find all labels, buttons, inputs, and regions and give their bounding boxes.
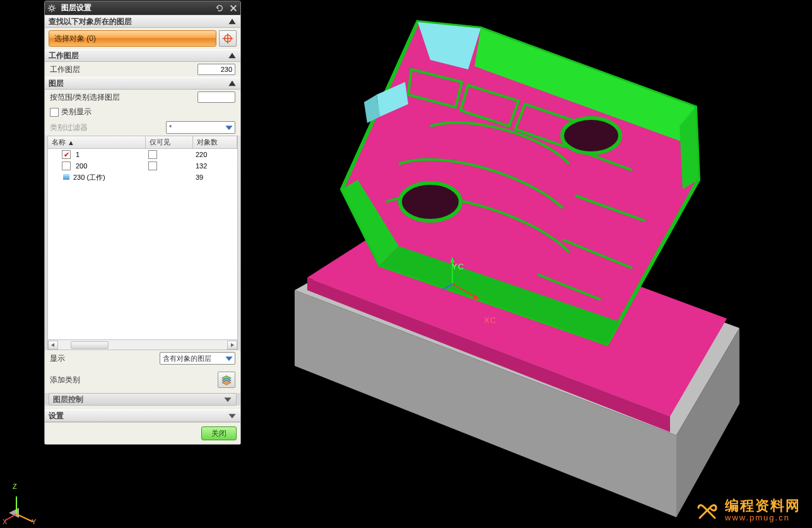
svg-marker-41 — [228, 81, 235, 86]
scroll-thumb[interactable] — [71, 341, 109, 349]
table-body[interactable]: 1 220 200 132 230 (工作) — [48, 149, 237, 339]
show-filter-dropdown[interactable]: 含有对象的图层 — [160, 352, 235, 365]
axis-y-label: YC — [452, 262, 464, 271]
visible-checkbox[interactable] — [148, 150, 157, 159]
category-filter-dropdown[interactable]: * — [166, 121, 235, 134]
horizontal-scrollbar[interactable] — [48, 339, 237, 349]
svg-point-14 — [562, 118, 620, 153]
svg-marker-52 — [224, 397, 231, 402]
axis-x-label: XC — [484, 315, 497, 325]
svg-marker-40 — [228, 53, 235, 58]
tools-icon — [695, 498, 720, 523]
sort-asc-icon: ▲ — [68, 139, 74, 146]
chevron-up-icon — [228, 79, 237, 88]
chevron-up-icon — [228, 51, 237, 60]
svg-marker-46 — [51, 343, 54, 347]
layer-count: 132 — [193, 162, 237, 170]
work-layer-label: 工作图层 — [50, 64, 197, 75]
viewport-3d[interactable]: YC XC — [241, 0, 812, 528]
stack-icon — [62, 173, 71, 182]
chevron-down-icon — [225, 123, 233, 132]
section-label: 图层控制 — [53, 394, 83, 405]
col-name: 名称 — [52, 138, 66, 147]
watermark-url: www.pmug.cn — [725, 513, 801, 522]
work-layer-input[interactable]: 230 — [197, 64, 235, 75]
svg-line-31 — [54, 5, 55, 6]
triad-x: X — [3, 518, 8, 525]
watermark: 编程资料网 www.pmug.cn — [695, 498, 801, 523]
svg-marker-36 — [228, 19, 235, 24]
close-button-label: 关闭 — [211, 428, 227, 439]
chevron-down-icon — [223, 395, 232, 404]
chevron-down-icon — [225, 354, 233, 363]
layer-name: 200 — [76, 162, 87, 170]
svg-line-32 — [49, 9, 50, 11]
add-category-button[interactable] — [218, 372, 235, 388]
section-label: 工作图层 — [49, 50, 79, 61]
col-count: 对象数 — [197, 138, 218, 147]
layer-checkbox[interactable] — [62, 150, 71, 159]
panel-title: 图层设置 — [59, 3, 91, 13]
table-row[interactable]: 230 (工作) 39 — [48, 172, 237, 183]
scroll-right-icon[interactable] — [227, 341, 237, 349]
triad-z: Z — [13, 483, 18, 490]
panel-titlebar[interactable]: 图层设置 — [45, 1, 240, 15]
svg-marker-20 — [9, 508, 19, 518]
select-object-label: 选择对象 (0) — [54, 33, 96, 44]
svg-marker-48 — [225, 356, 232, 361]
svg-point-24 — [50, 6, 53, 9]
svg-marker-42 — [225, 126, 232, 130]
section-settings[interactable]: 设置 — [45, 409, 240, 422]
svg-rect-43 — [63, 178, 69, 180]
section-layer-control[interactable]: 图层控制 — [49, 393, 237, 406]
chevron-up-icon — [228, 17, 237, 26]
svg-line-29 — [49, 5, 50, 6]
layer-count: 39 — [193, 173, 237, 181]
scroll-left-icon[interactable] — [48, 341, 58, 349]
chevron-down-icon — [228, 411, 237, 420]
close-button[interactable]: 关闭 — [201, 426, 237, 440]
add-category-label: 添加类别 — [50, 375, 218, 385]
layer-name: 230 (工作) — [73, 173, 105, 182]
table-header[interactable]: 名称 ▲ 仅可见 对象数 — [48, 136, 237, 149]
watermark-title: 编程资料网 — [725, 498, 801, 513]
svg-rect-44 — [63, 176, 69, 178]
table-row[interactable]: 200 132 — [48, 160, 237, 172]
show-label: 显示 — [50, 353, 160, 364]
show-filter-value: 含有对象的图层 — [163, 354, 211, 363]
reset-icon[interactable] — [213, 2, 226, 15]
select-object-button[interactable]: 选择对象 (0) — [49, 30, 216, 47]
section-label: 查找以下对象所在的图层 — [49, 16, 132, 27]
section-find-object-layer[interactable]: 查找以下对象所在的图层 — [45, 15, 240, 28]
gear-icon[interactable] — [45, 2, 58, 15]
layer-settings-panel: 图层设置 查找以下对象所在的图层 选择对象 (0) 工作图层 工作图层 230 … — [44, 1, 241, 445]
layer-name: 1 — [76, 151, 79, 158]
layer-checkbox[interactable] — [62, 161, 71, 170]
section-work-layer[interactable]: 工作图层 — [45, 49, 240, 62]
visible-checkbox[interactable] — [148, 161, 157, 170]
range-select-label: 按范围/类别选择图层 — [50, 92, 197, 103]
layer-table: 名称 ▲ 仅可见 对象数 1 220 200 132 — [47, 136, 238, 350]
layer-count: 220 — [193, 151, 237, 158]
range-select-input[interactable] — [197, 91, 235, 103]
svg-line-30 — [54, 9, 55, 11]
svg-rect-45 — [63, 174, 69, 176]
svg-marker-53 — [228, 414, 235, 418]
pick-target-button[interactable] — [219, 30, 237, 47]
svg-marker-47 — [231, 343, 234, 347]
close-icon[interactable] — [227, 2, 240, 15]
svg-line-22 — [16, 514, 33, 522]
svg-point-13 — [400, 183, 461, 221]
col-visible: 仅可见 — [150, 138, 170, 147]
table-row[interactable]: 1 220 — [48, 149, 237, 160]
section-label: 图层 — [49, 78, 64, 89]
category-display-label: 类别显示 — [61, 107, 235, 117]
section-label: 设置 — [49, 411, 64, 421]
category-display-checkbox[interactable] — [50, 108, 59, 117]
category-filter-label: 类别过滤器 — [50, 122, 166, 133]
triad-y: Y — [32, 518, 37, 525]
category-filter-value: * — [169, 124, 172, 131]
section-layers[interactable]: 图层 — [45, 77, 240, 90]
